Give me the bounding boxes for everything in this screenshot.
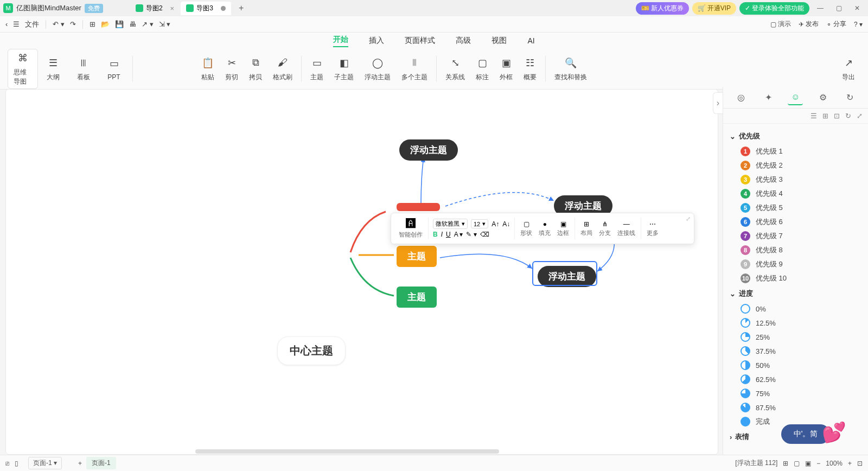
help-button[interactable]: ? ▾ [854, 21, 863, 28]
panel-tab-focus[interactable]: ◎ [733, 90, 749, 105]
section-progress-header[interactable]: ⌄进度 [730, 285, 861, 302]
new-button[interactable]: ⊞ [90, 20, 95, 28]
menu-view[interactable]: 视图 [492, 36, 507, 46]
font-decrease-button[interactable]: A↓ [502, 220, 510, 228]
priority-item[interactable]: 10优先级 10 [730, 271, 861, 285]
view-expand-button[interactable]: ⤢ [857, 112, 863, 120]
share-button[interactable]: ⇲ ▾ [159, 20, 171, 28]
panel-tab-settings[interactable]: ⚙ [815, 90, 831, 105]
copy-button[interactable]: ⧉拷贝 [244, 54, 267, 84]
view-mindmap-button[interactable]: ⌘思维导图 [8, 49, 38, 89]
export-button[interactable]: ↗ ▾ [142, 20, 154, 28]
topic-node[interactable]: 主题 [397, 246, 437, 267]
login-pill[interactable]: ✓ 登录体验全部功能 [739, 2, 809, 15]
view-add-button[interactable]: ⊡ [834, 112, 840, 120]
multi-topic-button[interactable]: ⫴多个主题 [396, 54, 433, 84]
status-icon1[interactable]: ⎚ [5, 460, 9, 467]
center-topic-node[interactable]: 中心主题 [277, 336, 346, 365]
layout-button[interactable]: ⊞布局 [577, 220, 596, 237]
zoom-in-button[interactable]: + [848, 460, 852, 467]
branch-button[interactable]: ⋔分支 [596, 220, 614, 237]
floating-topic-node[interactable]: 浮动主题 [399, 139, 458, 161]
menu-advanced[interactable]: 高级 [456, 36, 471, 46]
clear-format-button[interactable]: ⌫ [480, 231, 489, 238]
highlight-button[interactable]: ✎ ▾ [466, 231, 476, 238]
section-priority-header[interactable]: ⌄优先级 [730, 128, 861, 144]
fontcolor-button[interactable]: A ▾ [454, 231, 463, 238]
menu-icon[interactable]: ☰ [13, 20, 20, 28]
priority-item[interactable]: 5优先级 5 [730, 201, 861, 215]
present-button[interactable]: ▢ 演示 [770, 20, 791, 29]
view-ppt-button[interactable]: ▭PPT [99, 55, 129, 83]
priority-item[interactable]: 3优先级 3 [730, 173, 861, 187]
progress-item[interactable]: 25% [730, 330, 861, 344]
fontsize-select[interactable]: 12 ▾ [471, 219, 488, 228]
progress-item[interactable]: 12.5% [730, 316, 861, 330]
priority-item[interactable]: 6优先级 6 [730, 215, 861, 229]
findreplace-button[interactable]: 🔍查找和替换 [549, 54, 592, 84]
view-kanban-button[interactable]: ⫼看板 [68, 54, 99, 84]
more-button[interactable]: ⋯更多 [643, 220, 662, 237]
priority-item[interactable]: 9优先级 9 [730, 257, 861, 271]
relation-button[interactable]: ⤡关系线 [440, 54, 470, 84]
topic-node[interactable] [397, 203, 440, 211]
close-icon[interactable]: × [170, 4, 175, 12]
border-button[interactable]: ▣边框 [554, 220, 572, 237]
italic-button[interactable]: I [441, 231, 443, 238]
bold-button[interactable]: B [433, 231, 438, 238]
open-button[interactable]: 📂 [101, 20, 110, 28]
export-button[interactable]: ↗导出 [837, 54, 860, 84]
publish-button[interactable]: ✈ 发布 [799, 20, 819, 29]
priority-item[interactable]: 8优先级 8 [730, 243, 861, 257]
document-tab-active[interactable]: 导图3 [181, 2, 231, 15]
horizontal-scrollbar[interactable] [195, 449, 499, 454]
progress-item[interactable]: 87.5% [730, 400, 861, 415]
boundary-button[interactable]: ▣外框 [494, 54, 518, 84]
font-select[interactable]: 微软雅黑 ▾ [433, 219, 468, 229]
formatbrush-button[interactable]: 🖌格式刷 [267, 54, 298, 84]
callout-button[interactable]: ▢标注 [470, 54, 494, 84]
redo-button[interactable]: ↷ [70, 20, 76, 28]
collapse-panel-button[interactable]: › [713, 92, 723, 114]
minimize-button[interactable]: — [813, 2, 828, 15]
canvas-area[interactable]: 中心主题 主题 主题 浮动主题 浮动主题 浮动主题 [5, 89, 718, 455]
subtopic-button[interactable]: ◧子主题 [329, 54, 359, 84]
vip-pill[interactable]: 🛒 开通VIP [692, 2, 736, 15]
panel-tab-icon[interactable]: ☺ [788, 90, 803, 105]
menu-insert[interactable]: 插入 [369, 36, 384, 46]
progress-item[interactable]: 37.5% [730, 344, 861, 358]
cut-button[interactable]: ✂剪切 [220, 54, 244, 84]
view-grid-button[interactable]: ⊞ [822, 112, 828, 120]
expand-icon[interactable]: ⤢ [686, 215, 691, 222]
back-button[interactable]: ‹ [5, 20, 8, 28]
save-button[interactable]: 💾 [115, 20, 124, 28]
file-menu[interactable]: 文件 [25, 20, 39, 29]
progress-item[interactable]: 50% [730, 358, 861, 372]
undo-button[interactable]: ↶ ▾ [53, 20, 65, 28]
grid-icon[interactable]: ⊞ [783, 460, 788, 467]
shape-button[interactable]: ▢形状 [517, 220, 535, 237]
close-button[interactable]: ✕ [850, 2, 865, 15]
progress-item[interactable]: 62.5% [730, 372, 861, 386]
summary-button[interactable]: ☷概要 [518, 54, 542, 84]
promo-pill[interactable]: 🎫 新人优惠券 [636, 2, 689, 15]
fit-icon[interactable]: ⊡ [857, 460, 863, 467]
menu-ai[interactable]: AI [527, 36, 534, 45]
add-page-button[interactable]: + [78, 460, 82, 467]
page-tab[interactable]: 页面-1 [86, 457, 116, 469]
priority-item[interactable]: 2优先级 2 [730, 158, 861, 173]
document-tab[interactable]: 导图2 × [130, 2, 180, 15]
menu-pagestyle[interactable]: 页面样式 [405, 36, 435, 46]
status-icon2[interactable]: ▯ [15, 460, 18, 467]
priority-item[interactable]: 4优先级 4 [730, 187, 861, 201]
font-increase-button[interactable]: A↑ [492, 220, 499, 228]
zoom-out-button[interactable]: − [816, 460, 820, 467]
view-list-button[interactable]: ☰ [810, 112, 817, 120]
topic-button[interactable]: ▭主题 [305, 54, 329, 84]
fill-button[interactable]: ●填充 [535, 220, 554, 237]
view2-icon[interactable]: ▣ [805, 460, 811, 467]
ai-create-button[interactable]: 🅰 智能创作 [395, 218, 426, 239]
print-button[interactable]: 🖶 [129, 20, 136, 28]
view-refresh-button[interactable]: ↻ [845, 112, 851, 120]
priority-item[interactable]: 1优先级 1 [730, 144, 861, 158]
